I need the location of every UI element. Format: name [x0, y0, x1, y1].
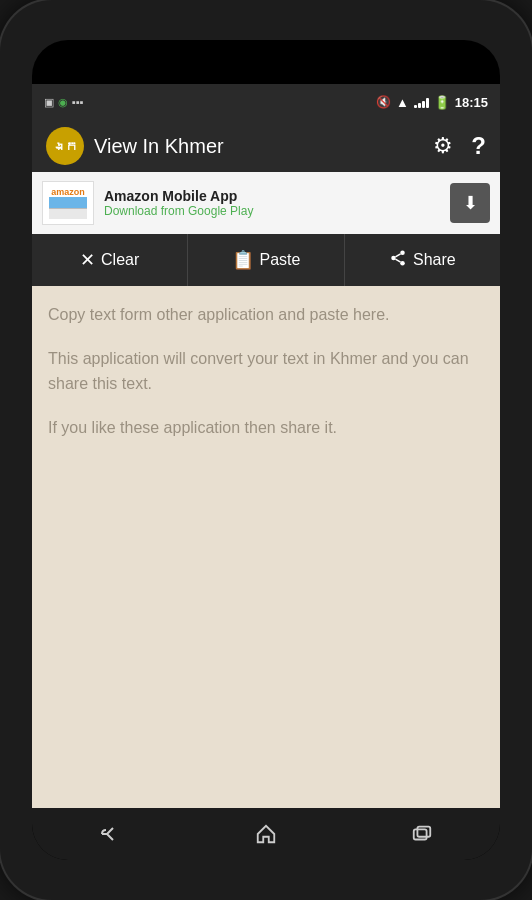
svg-rect-6 [417, 827, 430, 837]
svg-rect-5 [414, 829, 427, 839]
back-button[interactable] [80, 814, 140, 854]
share-icon [389, 249, 407, 271]
battery-icon: 🔋 [434, 95, 450, 110]
app-logo: ឯក [46, 127, 84, 165]
bar3 [422, 101, 425, 108]
content-area[interactable]: Copy text form other application and pas… [32, 286, 500, 808]
svg-line-3 [395, 259, 400, 262]
help-icon[interactable]: ? [471, 132, 486, 160]
home-button[interactable] [236, 814, 296, 854]
toolbar: ✕ Clear 📋 Paste Share [32, 234, 500, 286]
content-placeholder: Copy text form other application and pas… [48, 302, 484, 328]
amazon-brand-text: amazon [51, 187, 85, 197]
ad-subtitle: Download from Google Play [104, 204, 450, 218]
status-right-area: 🔇 ▲ 🔋 18:15 [376, 95, 488, 110]
phone-screen: ▣ ◉ ▪▪▪ 🔇 ▲ 🔋 18:15 ឯក [32, 40, 500, 860]
paste-label: Paste [260, 251, 301, 269]
content-hint-2: This application will convert your text … [48, 346, 484, 397]
svg-point-0 [400, 251, 405, 256]
title-bar: ឯក View In Khmer ⚙ ? [32, 120, 500, 172]
clock: 18:15 [455, 95, 488, 110]
clear-button[interactable]: ✕ Clear [32, 234, 188, 286]
paste-icon: 📋 [232, 249, 254, 271]
settings-icon[interactable]: ⚙ [433, 133, 453, 159]
app-title: View In Khmer [94, 135, 433, 158]
ad-app-name: Amazon Mobile App [104, 188, 450, 204]
svg-point-2 [400, 261, 405, 266]
signal-bars [414, 96, 429, 108]
amazon-box-image [49, 197, 87, 219]
bottom-nav [32, 808, 500, 860]
share-button[interactable]: Share [345, 234, 500, 286]
ad-logo: amazon [42, 181, 94, 225]
bar1 [414, 105, 417, 108]
mute-icon: 🔇 [376, 95, 391, 109]
phone-device: ▣ ◉ ▪▪▪ 🔇 ▲ 🔋 18:15 ឯក [0, 0, 532, 900]
ad-text-area: Amazon Mobile App Download from Google P… [104, 188, 450, 218]
paste-button[interactable]: 📋 Paste [188, 234, 344, 286]
download-icon: ⬇ [463, 192, 478, 214]
status-left-icons: ▣ ◉ ▪▪▪ [44, 96, 84, 109]
svg-point-1 [391, 256, 396, 261]
logo-text: ឯក [52, 139, 78, 154]
title-bar-icons: ⚙ ? [433, 132, 486, 160]
wifi-icon: ▲ [396, 95, 409, 110]
svg-line-4 [395, 254, 400, 257]
bar4 [426, 98, 429, 108]
sim-icon: ▣ [44, 96, 54, 109]
clear-label: Clear [101, 251, 139, 269]
ad-download-button[interactable]: ⬇ [450, 183, 490, 223]
recent-button[interactable] [392, 814, 452, 854]
clear-icon: ✕ [80, 249, 95, 271]
ad-banner[interactable]: amazon Amazon Mobile App Download from G… [32, 172, 500, 234]
share-label: Share [413, 251, 456, 269]
status-bar: ▣ ◉ ▪▪▪ 🔇 ▲ 🔋 18:15 [32, 84, 500, 120]
bars-icon: ▪▪▪ [72, 96, 84, 108]
chat-icon: ◉ [58, 96, 68, 109]
bar2 [418, 103, 421, 108]
content-hint-3: If you like these application then share… [48, 415, 484, 441]
